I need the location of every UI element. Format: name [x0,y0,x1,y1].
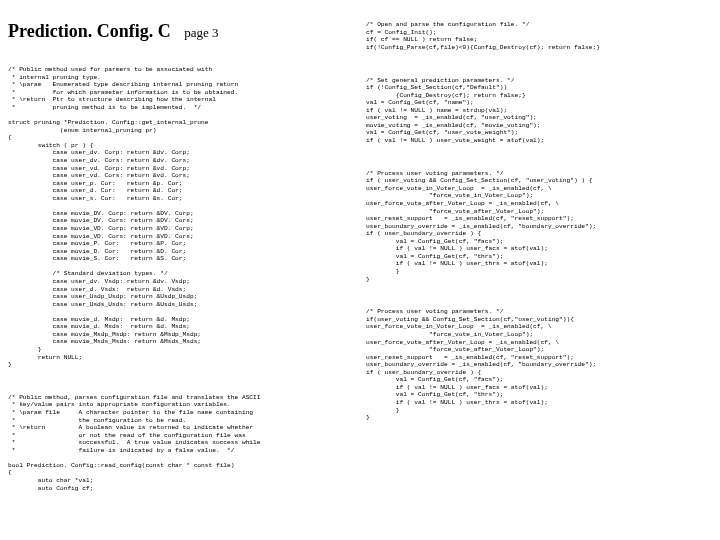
code-left-2: /* Public method, parses configuration f… [8,394,354,492]
page-root: Prediction. Config. C page 3 /* Public m… [0,0,720,540]
code-right-4: /* Process user voting parameters. */ if… [366,308,712,421]
page-title: Prediction. Config. C [8,21,171,41]
page-header: Prediction. Config. C page 3 [8,21,354,43]
left-column: Prediction. Config. C page 3 /* Public m… [8,6,360,534]
code-right-1: /* Open and parse the configuration file… [366,21,712,51]
page-number: page 3 [184,25,218,40]
code-left-1: /* Public method used for parmers to be … [8,66,354,369]
right-column: /* Open and parse the configuration file… [360,6,712,534]
code-right-2: /* Set general prediction parameters. */… [366,77,712,145]
code-right-3: /* Process user voting parameters. */ if… [366,170,712,283]
